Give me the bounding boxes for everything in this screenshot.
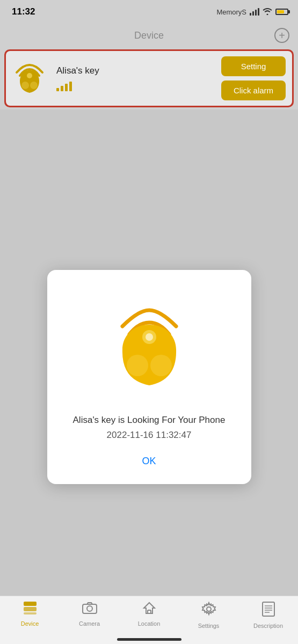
tab-location-label: Location: [138, 620, 161, 627]
svg-rect-8: [24, 607, 37, 611]
svg-rect-9: [24, 612, 37, 614]
status-bar: 11:32 MemoryS: [0, 0, 298, 24]
dialog-timestamp: 2022-11-16 11:32:47: [107, 430, 192, 441]
dialog-ok-button[interactable]: OK: [120, 451, 177, 471]
tab-description[interactable]: Description: [244, 602, 293, 629]
key-fob-large-icon: [90, 286, 208, 404]
battery-icon: [275, 9, 288, 15]
tab-bar: Device Camera L: [0, 596, 298, 644]
tab-description-label: Description: [253, 623, 283, 629]
cellular-signal-icon: [250, 8, 259, 16]
camera-tab-icon: [82, 602, 97, 618]
tab-settings-label: Settings: [198, 623, 220, 629]
home-indicator: [117, 638, 181, 641]
tab-settings[interactable]: Settings: [185, 602, 233, 629]
setting-button[interactable]: Setting: [221, 56, 286, 76]
description-tab-icon: [262, 602, 275, 620]
svg-rect-16: [263, 602, 274, 616]
signal-bars-icon: [56, 80, 215, 91]
svg-point-5: [127, 355, 148, 376]
svg-point-11: [87, 606, 92, 611]
device-card: Alisa's key Setting Click alarm: [6, 51, 292, 106]
svg-point-1: [21, 82, 29, 89]
device-name: Alisa's key: [56, 65, 215, 76]
click-alarm-button[interactable]: Click alarm: [221, 80, 286, 100]
tab-camera[interactable]: Camera: [66, 602, 114, 627]
svg-point-15: [207, 607, 211, 611]
status-time: 11:32: [12, 6, 35, 17]
svg-point-2: [30, 82, 38, 89]
app-header: Device +: [0, 24, 298, 47]
app-name-status: MemoryS: [216, 8, 246, 16]
svg-point-0: [27, 73, 32, 78]
plus-icon: +: [279, 30, 285, 42]
content-area: Alisa's key is Looking For Your Phone 20…: [0, 109, 298, 644]
device-buttons: Setting Click alarm: [221, 56, 286, 100]
svg-rect-7: [24, 602, 37, 606]
location-tab-icon: [142, 602, 157, 618]
dialog-overlay: Alisa's key is Looking For Your Phone 20…: [0, 109, 298, 644]
svg-point-6: [150, 355, 172, 376]
device-card-wrapper: Alisa's key Setting Click alarm: [4, 49, 294, 107]
device-icon-container: [12, 60, 50, 97]
tab-camera-label: Camera: [79, 620, 100, 627]
dialog-message: Alisa's key is Looking For Your Phone: [73, 415, 226, 426]
svg-point-4: [146, 333, 153, 341]
tab-location[interactable]: Location: [125, 602, 173, 627]
tab-device-label: Device: [21, 620, 39, 627]
header-title: Device: [134, 30, 164, 41]
app-page: 11:32 MemoryS Device +: [0, 0, 298, 644]
battery-fill: [277, 10, 284, 13]
key-fob-small-icon: [12, 60, 47, 94]
settings-tab-icon: [201, 602, 216, 620]
alert-dialog: Alisa's key is Looking For Your Phone 20…: [47, 270, 251, 484]
wifi-icon: [263, 8, 272, 17]
add-device-button[interactable]: +: [274, 28, 289, 43]
device-tab-icon: [23, 602, 38, 618]
status-right-icons: MemoryS: [216, 8, 288, 17]
device-info: Alisa's key: [56, 65, 215, 91]
tab-device[interactable]: Device: [6, 602, 54, 627]
